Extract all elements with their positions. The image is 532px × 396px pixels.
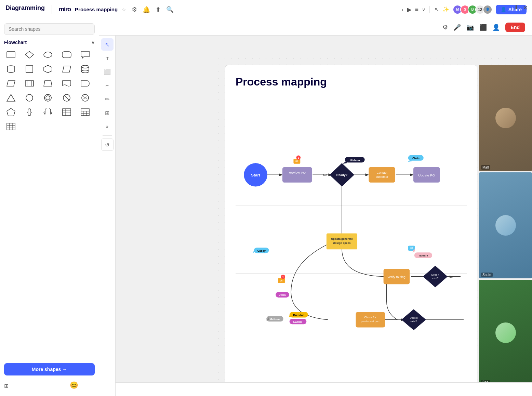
screen-share-icon[interactable]: ⬛ (479, 24, 487, 31)
download-button[interactable]: ⬇ (514, 4, 518, 11)
video-tile-matt: Matt (479, 65, 532, 171)
hexagon-shape[interactable] (41, 63, 55, 75)
avatar-me: 👤 (483, 5, 492, 14)
flowchart-label: Flowchart (4, 40, 27, 45)
connector-tool[interactable]: ⌐ (101, 79, 114, 92)
star-icon[interactable]: ☆ (122, 7, 126, 12)
callout-shape[interactable] (78, 49, 92, 61)
share-button[interactable]: 👤 Share (496, 5, 527, 14)
upload-icon[interactable]: ⬆ (156, 6, 161, 13)
notes-icon[interactable]: ≡ (415, 6, 419, 13)
video-tile-sadie: Sadie (479, 172, 532, 278)
triangle-shape[interactable] (4, 92, 18, 104)
bottom-bar: ⊞ (99, 382, 532, 396)
reaction-icon[interactable]: ✨ (442, 6, 449, 13)
cursor-icon[interactable]: ↖ (435, 6, 439, 13)
svg-text:Natalie: Natalie (293, 320, 303, 324)
add-person-icon[interactable]: 👤 (492, 24, 500, 31)
svg-text:Start: Start (251, 173, 260, 177)
circle-shape[interactable] (23, 92, 36, 104)
brace-shape[interactable] (23, 106, 36, 118)
more-icon[interactable]: › (402, 7, 403, 12)
svg-rect-12 (25, 81, 34, 86)
undo-button[interactable]: ↺ (101, 138, 114, 151)
sticky-note-tool[interactable]: ⬜ (101, 66, 114, 78)
svg-point-18 (44, 94, 51, 101)
search-shapes-input[interactable] (4, 23, 95, 35)
video-tile-bea: Bea (479, 280, 532, 386)
pentagon-shape[interactable] (4, 106, 18, 118)
contact-customer-node (369, 167, 395, 183)
app-title: Diagramming (5, 3, 45, 13)
grid-shape[interactable] (4, 120, 18, 133)
svg-text:customer: customer (376, 175, 388, 179)
cylinder-shape[interactable] (78, 63, 92, 75)
diagram-title: Process mapping (236, 76, 467, 88)
video-name-matt: Matt (481, 165, 490, 170)
review-po-node (282, 167, 312, 183)
flowchart-svg: Start Review PO Ready? No Contact custom… (236, 102, 467, 374)
trapezoid-shape[interactable] (41, 77, 55, 90)
frame-tool[interactable]: ⊞ (101, 107, 114, 119)
flowchart-container: Start Review PO Ready? No Contact custom… (236, 102, 467, 374)
svg-text:Review PO: Review PO (289, 171, 306, 174)
svg-marker-5 (44, 65, 52, 73)
text-tool[interactable]: T (101, 52, 114, 64)
sliders-icon[interactable]: ⚙ (442, 24, 448, 31)
video-name-sadie: Sadie (481, 273, 493, 277)
close-button[interactable]: ✕ (523, 4, 528, 12)
table-shape[interactable] (78, 106, 92, 118)
svg-text:✉: ✉ (295, 160, 298, 163)
mic-icon[interactable]: 🎤 (453, 24, 461, 31)
square-shape[interactable] (23, 63, 36, 75)
collapse-icon[interactable]: ∨ (91, 40, 95, 45)
io-shape[interactable] (4, 77, 18, 90)
svg-text:Melissa: Melissa (270, 318, 280, 321)
presentation-tools: › ▶ ≡ ∨ (402, 6, 430, 13)
search-icon[interactable]: 🔍 (166, 6, 174, 13)
gear-icon[interactable]: ⚙ (132, 6, 137, 13)
svg-rect-4 (26, 66, 33, 72)
parallelogram-shape[interactable] (60, 63, 74, 75)
canvas-area[interactable]: Process mapping (215, 55, 532, 396)
select-tool[interactable]: ↖ (101, 38, 114, 51)
svg-marker-16 (7, 94, 15, 101)
svg-text:design specs: design specs (333, 241, 351, 245)
oval-shape[interactable] (41, 49, 55, 61)
video-panel: Matt Sadie Bea (479, 65, 532, 386)
svg-point-7 (81, 65, 89, 68)
svg-marker-29 (7, 108, 15, 116)
rounded-rect-shape[interactable] (60, 49, 74, 61)
emoji-button[interactable]: 😊 (70, 381, 78, 389)
target-shape[interactable] (41, 92, 55, 104)
doc-shape[interactable] (60, 77, 74, 90)
svg-text:purchased part: purchased part (361, 320, 380, 323)
svg-marker-6 (63, 66, 71, 72)
present-icon[interactable]: ▶ (407, 6, 412, 13)
more-tools[interactable]: » (101, 120, 114, 133)
half-round-shape[interactable] (78, 77, 92, 90)
diamond-shape[interactable] (23, 49, 36, 61)
shapes-sidebar: Flowchart ∨ (0, 19, 99, 396)
prohibited-shape[interactable] (60, 92, 74, 104)
svg-text:Chris: Chris (412, 157, 420, 160)
brace2-shape[interactable] (41, 106, 55, 118)
svg-text:Ready?: Ready? (336, 173, 348, 177)
svg-text:✉: ✉ (410, 247, 413, 250)
board-frame: Process mapping (225, 65, 477, 386)
bell-icon[interactable]: 🔔 (143, 6, 150, 13)
camera-icon[interactable]: 📷 (466, 24, 474, 31)
star-shape[interactable] (78, 92, 92, 104)
panel-toggle-button[interactable]: ⊞ (4, 383, 9, 389)
chevron-down-icon[interactable]: ∨ (422, 7, 425, 12)
pen-tool[interactable]: ✏ (101, 93, 114, 105)
svg-text:No: No (323, 173, 327, 177)
curved-rect-shape[interactable] (4, 63, 18, 75)
list-shape[interactable] (60, 106, 74, 118)
process-shape[interactable] (23, 77, 36, 90)
rect-shape[interactable] (4, 49, 18, 61)
svg-text:exist?: exist? (411, 320, 417, 323)
end-button[interactable]: End (505, 23, 525, 32)
svg-text:Casey: Casey (257, 249, 266, 252)
more-shapes-button[interactable]: More shapes → (4, 363, 95, 375)
